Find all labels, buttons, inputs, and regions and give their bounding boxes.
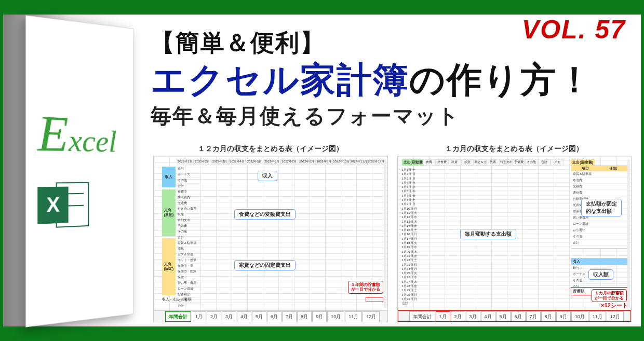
day-row: 1月7日 金	[402, 194, 418, 198]
day-row: 1月31日 月	[402, 297, 418, 301]
fixed-item: ローン返済	[571, 221, 627, 227]
day-row: 1月5日 水	[402, 185, 418, 189]
month-col: 2022年3月	[211, 159, 229, 165]
headline-line3: 毎年＆毎月使えるフォーマット	[151, 102, 593, 130]
month-col: 2022年6月	[263, 159, 280, 165]
fixed-item: 合計	[571, 240, 627, 246]
sheet-tab[interactable]: 6月	[511, 311, 526, 322]
category-label: ガス＆水道	[177, 252, 200, 258]
day-row: 1月18日 火	[402, 241, 418, 245]
category-label: 習い事・費用	[177, 281, 200, 287]
excel-rest: xcel	[69, 122, 117, 159]
sheet-tab[interactable]: 4月	[481, 311, 495, 322]
left-page-panel: Excel X	[25, 15, 133, 327]
sheet-tab[interactable]: 年間合計	[165, 311, 191, 322]
fixed-item: お小遣い	[571, 227, 627, 234]
sheet-tab[interactable]: 5月	[252, 311, 266, 322]
category-label: 付き合い費用	[177, 207, 200, 212]
figures-row: １２カ月の収支をまとめる表（イメージ図） 2022年1月2022年2月2022年…	[153, 144, 632, 322]
headline-line2-tail: の作り方！	[409, 60, 593, 99]
sheet-tab[interactable]: 11月	[589, 311, 606, 322]
day-row: 1月2日 日	[402, 172, 418, 176]
sheet-tab[interactable]: 2月	[451, 311, 465, 322]
sheet-tab[interactable]: 12月	[607, 311, 624, 322]
month-header-row: 2022年1月2022年2月2022年3月2022年4月2022年5月2022年…	[177, 159, 385, 165]
sheet-tab[interactable]: 9月	[312, 311, 327, 322]
month-col: 2022年5月	[246, 159, 263, 165]
category-label: 合計	[177, 235, 200, 241]
excel-letter-e: E	[37, 104, 69, 162]
callout-monthly-savings: １カ月の貯蓄額 が一目で分かる	[592, 289, 627, 302]
category-labels: 給与ボーナスその他合計食費①生活雑貨交通費付き合い費用衣服特別支出予備費その他合…	[177, 167, 200, 309]
day-row: 1月8日 土	[402, 198, 418, 202]
category-label: 食費①	[177, 189, 200, 195]
figure-annual-title: １２カ月の収支をまとめる表（イメージ図）	[153, 144, 388, 154]
var-col: 外食費	[435, 159, 448, 166]
sheet-tab[interactable]: 4月	[237, 311, 251, 322]
sheet-tab[interactable]: 7月	[282, 311, 297, 322]
footer-divider	[168, 303, 383, 303]
month-col: 2022年11月	[351, 159, 368, 165]
var-col: 娯楽	[461, 159, 474, 166]
day-row: 1月23日 日	[402, 263, 418, 267]
var-col: 合計	[538, 159, 551, 166]
sheet-tab[interactable]: 7月	[526, 311, 541, 322]
category-label: 保険①・車	[177, 264, 200, 269]
sheet-tab[interactable]: 6月	[267, 311, 281, 322]
figure-annual: １２カ月の収支をまとめる表（イメージ図） 2022年1月2022年2月2022年…	[153, 144, 388, 322]
excel-icon: X	[37, 179, 89, 232]
sheet-tab[interactable]: 3月	[466, 311, 480, 322]
sheet-tab[interactable]: 1月	[436, 311, 450, 322]
block-fixed: 支出 (固定)	[162, 238, 176, 295]
day-rows: 1月1日 土1月2日 日1月3日 月1月4日 火1月5日 水1月6日 木1月7日…	[402, 168, 418, 306]
sheet-tab[interactable]: 8月	[541, 311, 556, 322]
sheet-tab[interactable]: 11月	[345, 311, 362, 322]
category-label: 特別支出	[177, 218, 200, 224]
category-label: 保険②・医療	[177, 269, 200, 275]
category-label: 給与	[177, 167, 200, 172]
scrollbar-ghost	[384, 159, 386, 308]
fixed-box-header: 項目金額	[571, 166, 627, 171]
category-label: 予備費	[177, 224, 200, 229]
category-label: ボーナス	[177, 172, 200, 178]
figure-monthly-title: １カ月の収支をまとめる表（イメージ図）	[397, 144, 632, 154]
var-col: 雑貨	[448, 159, 461, 166]
var-col: 予備費	[512, 159, 525, 166]
category-label: 交通費	[177, 201, 200, 207]
headline-line2: エクセル家計簿の作り方！	[151, 59, 593, 100]
monthly-sheet-mock: 支出(変動費) 支出(固定費) 食費外食費雑貨娯楽車交＆交通費教養特別支出予備費…	[397, 156, 632, 322]
sheet-tab[interactable]: 年間合計	[409, 311, 435, 322]
category-label: 合計	[177, 184, 200, 189]
var-col: 食費	[423, 159, 436, 166]
sheet-tab[interactable]: 5月	[496, 311, 511, 322]
sheet-tab[interactable]: 2月	[207, 311, 221, 322]
day-row: 合計	[402, 301, 418, 305]
sheet-tab[interactable]: 1月	[192, 311, 206, 322]
sheet-tab[interactable]: 3月	[222, 311, 236, 322]
day-row: 1月16日 日	[402, 232, 418, 236]
day-row: 1月20日 木	[402, 250, 418, 254]
month-col: 2022年2月	[194, 159, 211, 165]
day-row: 1月22日 土	[402, 258, 418, 262]
fixed-item: 水道費	[571, 178, 627, 184]
day-row: 1月19日 水	[402, 245, 418, 249]
label-variable-monthly: 毎月変動する支出額	[460, 229, 516, 239]
var-col: メモ	[551, 159, 564, 166]
sheet-tab[interactable]: 10月	[571, 311, 588, 322]
sheet-tab[interactable]: 8月	[297, 311, 312, 322]
day-row: 1月1日 土	[402, 168, 418, 172]
day-row: 1月24日 月	[402, 267, 418, 271]
sheet-tab[interactable]: 12月	[363, 311, 380, 322]
label-income-monthly: 収入額	[588, 269, 613, 280]
category-label: 合計	[177, 304, 200, 309]
sheet-tab[interactable]: 10月	[327, 311, 344, 322]
sheet-tab[interactable]: 9月	[556, 311, 571, 322]
day-row: 1月11日 火	[402, 211, 418, 215]
callout-annual-savings: １年間の貯蓄額 が一目で分かる	[348, 281, 383, 294]
block-income: 収入	[162, 167, 176, 187]
day-row: 1月25日 火	[402, 271, 418, 275]
month-col: 2022年8月	[298, 159, 315, 165]
income-box-header: 収入	[571, 258, 627, 265]
category-label: その他	[177, 178, 200, 184]
day-row: 1月21日 金	[402, 254, 418, 258]
